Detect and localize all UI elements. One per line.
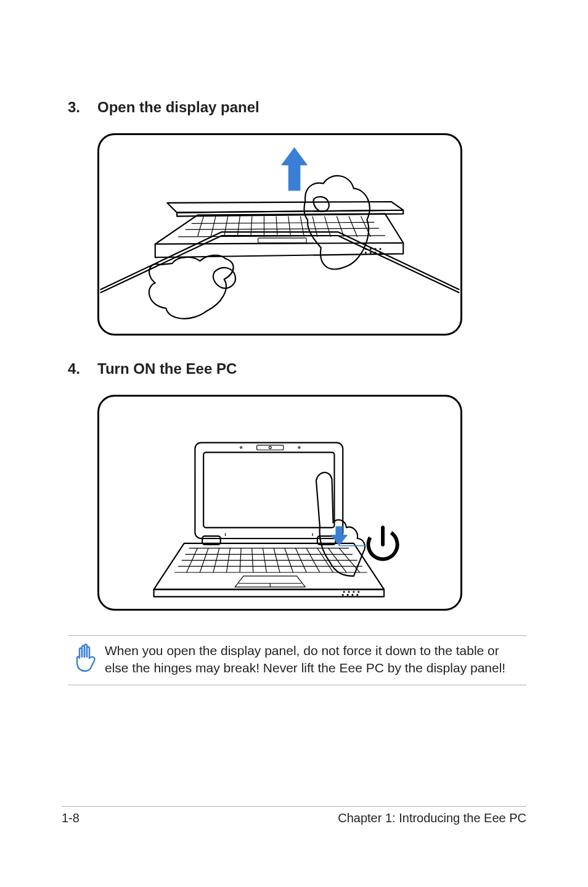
svg-point-16 <box>370 249 371 250</box>
footer-rule <box>62 806 526 807</box>
svg-rect-24 <box>203 452 334 527</box>
svg-point-53 <box>352 594 353 595</box>
svg-line-6 <box>276 217 277 237</box>
svg-line-8 <box>300 217 304 237</box>
svg-point-17 <box>375 249 376 250</box>
step-title: Turn ON the Eee PC <box>97 360 237 377</box>
svg-line-10 <box>325 217 331 237</box>
step-title: Open the display panel <box>97 99 259 116</box>
svg-rect-23 <box>195 443 343 538</box>
step-number: 3. <box>68 99 97 116</box>
svg-point-20 <box>370 252 371 253</box>
figure-open-display <box>97 133 462 336</box>
svg-line-3 <box>237 217 240 237</box>
svg-point-54 <box>357 594 358 595</box>
svg-line-4 <box>251 217 252 237</box>
manual-page: 3. Open the display panel <box>0 0 588 887</box>
svg-point-28 <box>298 447 300 448</box>
step-heading-4: 4. Turn ON the Eee PC <box>68 360 526 377</box>
step-number: 4. <box>68 360 97 377</box>
step-heading-3: 3. Open the display panel <box>68 99 526 116</box>
svg-point-48 <box>348 591 349 592</box>
caution-text: When you open the display panel, do not … <box>105 642 526 677</box>
svg-point-51 <box>342 594 343 595</box>
svg-point-19 <box>365 252 366 253</box>
svg-point-18 <box>380 249 381 250</box>
svg-point-50 <box>358 591 359 592</box>
page-footer: 1-8 Chapter 1: Introducing the Eee PC <box>62 811 526 825</box>
power-icon <box>362 524 403 565</box>
svg-point-27 <box>240 447 242 448</box>
svg-point-26 <box>269 447 271 449</box>
svg-line-1 <box>211 217 216 237</box>
svg-point-47 <box>343 591 345 592</box>
svg-line-2 <box>224 217 228 237</box>
page-number: 1-8 <box>62 811 80 825</box>
svg-point-52 <box>347 594 348 595</box>
caution-note: When you open the display panel, do not … <box>68 635 526 685</box>
svg-line-12 <box>349 217 357 237</box>
svg-rect-14 <box>258 238 307 243</box>
svg-line-0 <box>197 217 203 237</box>
svg-line-9 <box>312 217 317 237</box>
figure-power-on <box>97 395 462 611</box>
svg-rect-25 <box>257 445 284 450</box>
svg-line-7 <box>288 217 291 237</box>
svg-point-49 <box>353 591 354 592</box>
arrow-up-icon <box>281 147 308 191</box>
chapter-label: Chapter 1: Introducing the Eee PC <box>338 811 526 825</box>
hand-stop-icon <box>73 643 99 673</box>
